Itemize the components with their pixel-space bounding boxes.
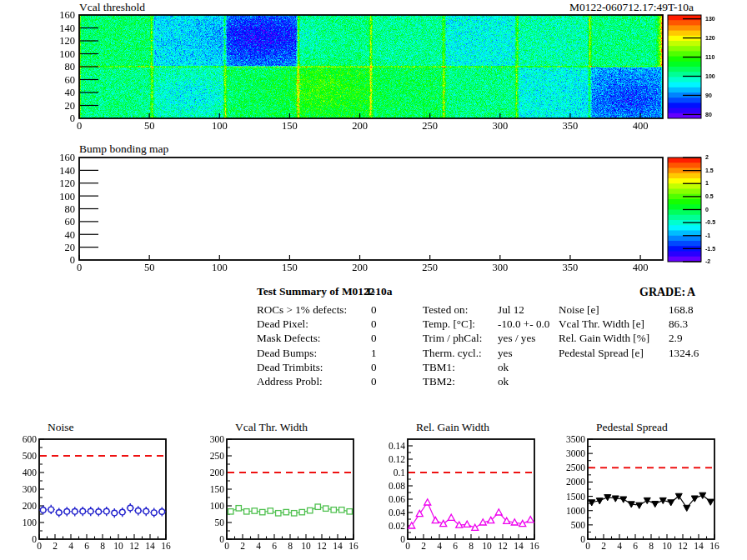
summary-value: 2.9	[669, 332, 682, 345]
rel-gain-width-per-roc-xtick-label: 4	[437, 541, 442, 551]
rel-gain-width-per-roc-xtick-label: 8	[469, 541, 474, 551]
summary-value: 0	[371, 318, 377, 331]
pedestal-spread-per-roc-marker	[684, 505, 690, 511]
bump-bonding-map-ytick-label: 140	[59, 165, 75, 177]
vcal-threshold-heatmap	[79, 15, 663, 118]
vcal-thr-width-per-roc-marker	[323, 506, 328, 511]
noise-per-roc-ytick-label: 600	[23, 434, 38, 444]
summary-label: ROCs > 1% defects:	[257, 304, 347, 317]
pedestal-spread-per-roc-marker	[691, 496, 698, 502]
vcal-threshold-map-ytick-label: 120	[59, 35, 75, 47]
summary-title: Test Summary of M0122	[257, 286, 375, 298]
pedestal-spread-per-roc-ytick-label: 3000	[566, 448, 585, 458]
pedestal-spread-per-roc-xtick-label: 10	[662, 541, 672, 551]
rel-gain-width-per-roc-xtick-label: 14	[514, 541, 524, 551]
vcal-threshold-map-ytick-label: 80	[65, 61, 76, 72]
bump-bonding-map-xtick-label: 200	[352, 262, 368, 273]
pedestal-spread-per-roc-marker	[699, 492, 706, 498]
vcal-thr-width-per-roc-marker	[292, 511, 297, 516]
summary-value: 168.8	[669, 304, 694, 317]
bump-bonding-map-ytick-label: 40	[65, 229, 76, 241]
vcal-thr-width-per-roc-marker	[339, 508, 344, 512]
noise-per-roc-marker	[88, 508, 93, 514]
vcal-thr-width-per-roc-ytick-label: 0	[219, 534, 224, 544]
summary-label: Mask Defects:	[257, 332, 321, 345]
module-test-report-page: Vcal threshold M0122-060712.17:49T-10a B…	[0, 0, 747, 560]
pedestal-spread-per-roc-ytick-label: 2500	[566, 462, 585, 472]
pedestal-spread-per-roc-marker	[707, 499, 714, 505]
summary-label: Temp. [°C]:	[423, 318, 475, 331]
noise-per-roc-marker	[72, 509, 78, 515]
vcal-threshold-map-colorbar-label: 120	[705, 35, 715, 41]
vcal-thr-width-per-roc-xtick-label: 4	[256, 541, 261, 551]
vcal-threshold-map-ytick-label: 0	[70, 112, 75, 124]
vcal-threshold-map-ytick-label: 60	[65, 74, 76, 86]
bump-bonding-map-frame	[79, 158, 663, 260]
rel-gain-width-per-roc-ytick-label: 0.04	[389, 508, 405, 518]
rel-gain-width-per-roc-xtick-label: 0	[405, 541, 410, 551]
rel-gain-width-per-roc-ytick-label: 0.14	[389, 441, 405, 451]
noise-per-roc-marker	[64, 509, 70, 515]
vcal-thr-width-per-roc-marker	[283, 509, 288, 514]
noise-per-roc-xtick-label: 12	[129, 541, 139, 551]
vcal-thr-width-per-roc-marker	[236, 506, 241, 511]
rel-gain-width-per-roc-marker	[424, 499, 431, 505]
vcal-threshold-map-xtick-label: 400	[633, 120, 649, 132]
vcal-thr-width-per-roc-ytick-label: 100	[210, 501, 225, 511]
pedestal-chart-title: Pedestal Spread	[596, 422, 668, 434]
pedestal-spread-per-roc-xtick-label: 12	[678, 541, 688, 551]
summary-label: Dead Pixel:	[257, 318, 308, 331]
noise-per-roc-marker	[96, 509, 102, 515]
rel-gain-width-per-roc-marker	[456, 522, 463, 528]
pedestal-spread-per-roc-xtick-label: 2	[601, 541, 606, 551]
vcal-thr-width-per-roc-marker	[308, 508, 313, 512]
noise-per-roc-marker	[56, 510, 62, 516]
module-id-title: M0122-060712.17:49T-10a	[569, 2, 694, 14]
summary-label: Dead Trimbits:	[257, 362, 323, 374]
noise-per-roc-marker	[112, 510, 118, 516]
noise-per-roc-ytick-label: 400	[23, 468, 38, 478]
vcal-thr-width-per-roc-xtick-label: 14	[333, 541, 343, 551]
bump-bonding-map-ytick-label: 0	[70, 254, 75, 266]
vcal-threshold-map-ytick-label: 100	[59, 48, 75, 60]
vcal-thr-width-per-roc-marker	[315, 504, 320, 509]
rel-gain-width-per-roc-marker	[488, 517, 494, 522]
bump-map-title: Bump bonding map	[79, 143, 168, 156]
noise-per-roc-frame	[39, 439, 166, 539]
pedestal-spread-per-roc-frame	[588, 439, 714, 539]
bump-bonding-map-xtick-label: 0	[77, 262, 82, 273]
rel-gain-width-per-roc-marker	[416, 510, 423, 516]
noise-per-roc-xtick-label: 14	[145, 541, 155, 551]
bump-bonding-map-colorbar-label: 0	[705, 207, 709, 212]
pedestal-spread-per-roc-ytick-label: 1500	[566, 492, 585, 502]
grade-label: GRADE:	[639, 286, 685, 298]
noise-per-roc-xtick-label: 2	[53, 541, 58, 551]
rel-gain-width-per-roc-marker	[495, 509, 502, 515]
vcal-threshold-map-xtick-label: 200	[352, 120, 368, 132]
rel-gain-width-per-roc-marker	[448, 514, 454, 520]
summary-value: 0	[371, 304, 377, 317]
bump-bonding-map-xtick-label: 300	[492, 262, 508, 273]
pedestal-spread-per-roc-xtick-label: 8	[649, 541, 654, 551]
vcal-thr-width-per-roc-marker	[331, 508, 336, 512]
noise-per-roc-marker	[119, 509, 125, 515]
pedestal-spread-per-roc-marker	[620, 497, 627, 502]
vcal-threshold-map-ytick-label: 40	[65, 87, 76, 98]
pedestal-spread-per-roc-marker	[659, 498, 666, 503]
noise-per-roc-marker	[48, 507, 54, 512]
rel-gain-width-per-roc-ytick-label: 0.1	[394, 468, 406, 478]
vcal-threshold-map-xtick-label: 300	[492, 120, 508, 132]
vcal-thr-width-per-roc-xtick-label: 0	[224, 541, 229, 551]
rel-gain-width-per-roc-marker	[519, 520, 526, 526]
vcal-threshold-map-xtick-label: 250	[422, 120, 438, 132]
bump-bonding-map-ytick-label: 60	[65, 216, 76, 228]
vcal-threshold-map-xtick-label: 150	[282, 120, 298, 132]
vcal-thr-width-per-roc-series-line	[231, 507, 350, 513]
noise-per-roc-marker	[135, 508, 141, 514]
rel-gain-width-per-roc-marker	[504, 518, 510, 523]
vcal-thr-width-per-roc-marker	[252, 508, 257, 513]
rel-gain-width-per-roc-xtick-label: 10	[482, 541, 492, 551]
noise-per-roc-marker	[40, 508, 46, 513]
pedestal-spread-per-roc-ytick-label: 1000	[566, 506, 585, 516]
rel-gain-width-per-roc-frame	[408, 439, 534, 539]
